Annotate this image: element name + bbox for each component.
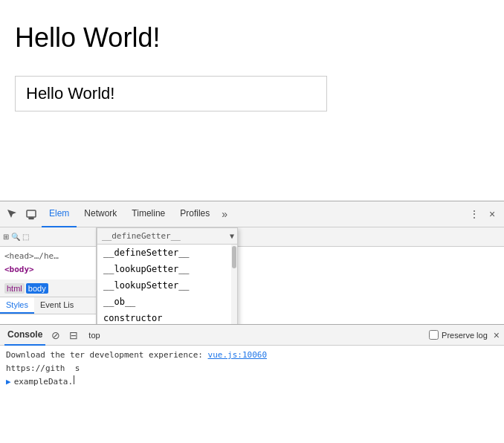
console-content: Download the ter development experience:…: [0, 346, 504, 443]
autocomplete-header-text: __defineGetter__: [100, 231, 230, 241]
console-line-3: ▶ exampleData.: [6, 375, 498, 389]
autocomplete-item-1[interactable]: __lookupGetter__: [97, 261, 237, 277]
autocomplete-header: __defineGetter__ ▼: [97, 228, 237, 245]
tree-item-body[interactable]: <body>: [4, 263, 91, 277]
elements-subbar: ⊞ 🔍 ⬚: [0, 227, 96, 247]
console-panel: Console ⊘ ⊟ top Preserve log × Download …: [0, 324, 504, 443]
elements-toolbar-icons: ⊞ 🔍 ⬚: [3, 233, 29, 241]
devtools-main: ⊞ 🔍 ⬚ <head>…/he… <body> html body Style…: [0, 227, 504, 324]
breadcrumb-body[interactable]: body: [26, 283, 48, 294]
console-tab[interactable]: Console: [4, 325, 45, 346]
tab-profiles[interactable]: Profiles: [172, 201, 217, 227]
console-cursor: [74, 375, 74, 384]
tab-network[interactable]: Network: [77, 201, 124, 227]
more-tabs-button[interactable]: »: [217, 205, 232, 223]
console-filter-top[interactable]: top: [84, 329, 104, 341]
autocomplete-dropdown: __defineGetter__ ▼ __defineSetter__ __lo…: [97, 227, 238, 324]
inspect-icon[interactable]: [3, 205, 21, 223]
autocomplete-item-2[interactable]: __lookupSetter__: [97, 277, 237, 294]
svg-rect-0: [27, 210, 36, 217]
autocomplete-scrollbar[interactable]: [231, 245, 237, 324]
toolbar-right: ⋮ ×: [465, 205, 501, 223]
autocomplete-item-3[interactable]: __ob__: [97, 294, 237, 310]
console-text-2b: s: [65, 362, 80, 375]
devtools-toolbar: Elem Network Timeline Profiles » ⋮ ×: [0, 201, 504, 227]
close-devtools-button[interactable]: ×: [483, 205, 501, 223]
tab-elements[interactable]: Elem: [42, 201, 77, 227]
styles-tabs: Styles Event Lis: [0, 297, 96, 314]
elements-panel: ⊞ 🔍 ⬚ <head>…/he… <body> html body Style…: [0, 227, 97, 324]
console-toolbar: Console ⊘ ⊟ top Preserve log ×: [0, 325, 504, 346]
device-icon[interactable]: [22, 205, 40, 223]
preserve-log-group: Preserve log: [429, 330, 488, 340]
autocomplete-item-0[interactable]: __defineSetter__: [97, 245, 237, 261]
preserve-log-label: Preserve log: [442, 331, 488, 340]
breadcrumb-html[interactable]: html: [4, 283, 25, 294]
tab-event-listeners[interactable]: Event Lis: [34, 297, 80, 314]
hello-world-input[interactable]: [15, 76, 327, 111]
tree-item-head[interactable]: <head>…/he…: [4, 250, 91, 263]
console-close-button[interactable]: ×: [494, 329, 500, 341]
console-line-2: https://gith s: [6, 362, 498, 375]
autocomplete-arrow[interactable]: ▼: [230, 232, 234, 240]
devtools-panel: Elem Network Timeline Profiles » ⋮ × ⊞ 🔍…: [0, 201, 504, 443]
autocomplete-item-4[interactable]: constructor: [97, 310, 237, 324]
console-input-text: exampleData.: [14, 375, 73, 389]
ban-icon[interactable]: ⊘: [48, 328, 63, 343]
elements-tree: <head>…/he… <body>: [0, 247, 96, 279]
page-content: Hello World!: [0, 0, 504, 201]
console-link-1[interactable]: vue.js:10060: [208, 349, 267, 362]
console-text-1b: ter development experience:: [70, 349, 207, 362]
console-text-2: https://gith: [6, 362, 65, 375]
devtools-tabs: Elem Network Timeline Profiles »: [42, 201, 465, 227]
svg-rect-1: [29, 218, 33, 219]
breadcrumb-bar: html body: [0, 279, 96, 297]
filter-icon[interactable]: ⊟: [66, 328, 81, 343]
preserve-log-checkbox[interactable]: [429, 330, 439, 340]
page-title: Hello World!: [15, 22, 489, 54]
tab-styles[interactable]: Styles: [0, 297, 34, 314]
console-line-1: Download the ter development experience:…: [6, 349, 498, 362]
console-text-1: Download the: [6, 349, 70, 362]
console-arrow-3[interactable]: ▶: [6, 375, 11, 389]
settings-icon[interactable]: ⋮: [465, 205, 483, 223]
tab-timeline[interactable]: Timeline: [124, 201, 172, 227]
autocomplete-scrollbar-thumb: [232, 246, 236, 268]
